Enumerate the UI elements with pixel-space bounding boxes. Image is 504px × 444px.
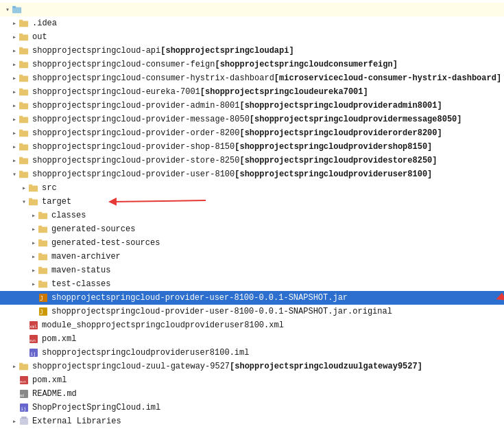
icon-pom-xml-1: mvn (29, 334, 40, 344)
tree-item-store[interactable]: shopprojectspringcloud-provider-store-82… (0, 154, 504, 167)
toggle-jar-file (29, 293, 38, 303)
svg-rect-7 (19, 47, 23, 49)
icon-jar-file: J (38, 293, 49, 303)
tree-item-pom-xml-root[interactable]: mvn pom.xml (0, 373, 504, 387)
label-feign: shopprojectspringcloud-consumer-feign (32, 60, 215, 69)
toggle-src[interactable] (19, 183, 29, 193)
toggle-maven-status[interactable] (29, 266, 38, 275)
svg-rect-36 (38, 255, 47, 261)
toggle-eureka[interactable] (10, 87, 19, 97)
tree-item-out[interactable]: out (0, 30, 504, 44)
svg-rect-3 (19, 20, 23, 22)
label-user: shopprojectspringcloud-provider-user-810… (32, 170, 235, 179)
tree-item-admin[interactable]: shopprojectspringcloud-provider-admin-80… (0, 99, 504, 113)
tree-item-pom-xml-1[interactable]: mvn pom.xml (0, 332, 504, 346)
toggle-hystrix[interactable] (10, 73, 19, 83)
svg-rect-30 (38, 213, 47, 220)
toggle-user[interactable] (10, 170, 19, 179)
toggle-target[interactable] (19, 197, 29, 207)
svg-rect-14 (19, 104, 28, 110)
tree-item-api[interactable]: shopprojectspringcloud-api [shopprojects… (0, 44, 504, 58)
svg-rect-41 (38, 281, 42, 283)
toggle-classes[interactable] (29, 211, 38, 220)
toggle-order[interactable] (10, 128, 19, 138)
svg-rect-10 (19, 76, 28, 82)
label-out: out (32, 32, 47, 42)
tree-item-user[interactable]: shopprojectspringcloud-provider-user-810… (0, 167, 504, 181)
tree-item-maven-archiver[interactable]: maven-archiver (0, 250, 504, 264)
toggle-maven-archiver[interactable] (29, 252, 38, 261)
svg-rect-0 (12, 8, 21, 14)
tree-item-root-iml[interactable]: ij ShopProjectSpringCloud.iml (0, 401, 504, 414)
tree-item-generated-sources[interactable]: generated-sources (0, 222, 504, 236)
label-jar-file: shopprojectspringcloud-provider-user-810… (51, 293, 348, 303)
icon-feign (19, 60, 30, 69)
tree-item-test-classes[interactable]: test-classes (0, 277, 504, 291)
tree-item-jar-original[interactable]: J shopprojectspringcloud-provider-user-8… (0, 305, 504, 318)
tree-item-message[interactable]: shopprojectspringcloud-provider-message-… (0, 113, 504, 126)
toggle-feign[interactable] (10, 60, 19, 69)
label-pom-xml-1: pom.xml (42, 334, 76, 344)
label-hystrix: shopprojectspringcloud-consumer-hystrix-… (32, 73, 274, 83)
toggle-ext-libs[interactable] (10, 417, 19, 426)
svg-rect-2 (19, 21, 28, 27)
tree-item-shop[interactable]: shopprojectspringcloud-provider-shop-815… (0, 140, 504, 154)
bold-zuul: [shopprojectspringcloudzuulgateway9527] (230, 362, 422, 371)
svg-text:md: md (20, 393, 24, 397)
toggle-store[interactable] (10, 156, 19, 165)
tree-item-generated-test-sources[interactable]: generated-test-sources (0, 236, 504, 250)
toggle-admin[interactable] (10, 101, 19, 110)
tree-item-maven-status[interactable]: maven-status (0, 264, 504, 277)
tree-item-idea[interactable]: .idea (0, 16, 504, 30)
root-toggle[interactable] (3, 5, 12, 14)
svg-text:mvn: mvn (29, 338, 36, 342)
label-root-iml: ShopProjectSpringCloud.iml (32, 403, 160, 412)
tree-item-readme[interactable]: md README.md (0, 387, 504, 401)
tree-item-classes[interactable]: classes (0, 209, 504, 222)
tree-item-order[interactable]: shopprojectspringcloud-provider-order-82… (0, 126, 504, 140)
toggle-shop[interactable] (10, 142, 19, 152)
tree-item-hystrix[interactable]: shopprojectspringcloud-consumer-hystrix-… (0, 71, 504, 85)
tree-root[interactable] (0, 3, 504, 16)
toggle-generated-test-sources[interactable] (29, 238, 38, 248)
toggle-api[interactable] (10, 46, 19, 56)
label-maven-status: maven-status (51, 266, 110, 275)
toggle-generated-sources[interactable] (29, 224, 38, 234)
tree-item-eureka[interactable]: shopprojectspringcloud-eureka-7001 [shop… (0, 85, 504, 99)
svg-rect-29 (29, 198, 32, 200)
tree-item-iml-user[interactable]: ij shopprojectspringcloudprovideruser810… (0, 346, 504, 360)
tree-item-module-xml[interactable]: xml module_shopprojectspringcloudprovide… (0, 318, 504, 332)
icon-maven-status (38, 266, 49, 275)
svg-rect-25 (19, 171, 23, 173)
toggle-test-classes[interactable] (29, 279, 38, 289)
toggle-readme (10, 389, 19, 399)
icon-generated-sources (38, 224, 49, 234)
svg-rect-19 (19, 130, 23, 132)
svg-rect-40 (38, 282, 47, 288)
svg-rect-5 (19, 34, 23, 36)
tree-item-feign[interactable]: shopprojectspringcloud-consumer-feign [s… (0, 58, 504, 71)
tree-item-jar-file[interactable]: J shopprojectspringcloud-provider-user-8… (0, 291, 504, 305)
tree-item-src[interactable]: src (0, 181, 504, 195)
project-tree: .idea out shopprojectspringcloud-api [sh… (0, 0, 504, 444)
svg-rect-17 (19, 116, 23, 118)
toggle-idea[interactable] (10, 19, 19, 28)
tree-item-zuul[interactable]: shopprojectspringcloud-zuul-gateway-9527… (0, 360, 504, 373)
icon-pom-xml-root: mvn (19, 375, 30, 385)
toggle-message[interactable] (10, 115, 19, 124)
svg-rect-9 (19, 61, 23, 63)
label-eureka: shopprojectspringcloud-eureka-7001 (32, 87, 200, 97)
toggle-out[interactable] (10, 32, 19, 42)
svg-rect-15 (19, 102, 23, 104)
icon-admin (19, 101, 30, 110)
bold-message: [shopprojectspringcloudprovidermessage80… (250, 115, 462, 124)
tree-item-ext-libs[interactable]: External Libraries (0, 414, 504, 428)
tree-item-target[interactable]: target (0, 195, 504, 209)
icon-iml-user: ij (29, 348, 40, 358)
icon-user (19, 170, 30, 179)
bold-hystrix: [microservicecloud-consumer-hystrix-dash… (274, 73, 501, 83)
svg-rect-20 (19, 145, 28, 151)
toggle-zuul[interactable] (10, 362, 19, 371)
icon-zuul (19, 362, 30, 371)
icon-api (19, 46, 30, 56)
